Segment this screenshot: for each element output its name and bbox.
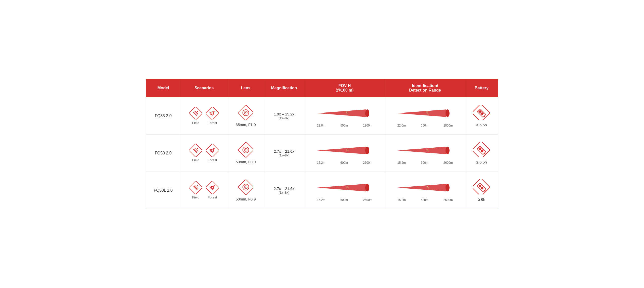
svg-marker-40: [397, 147, 446, 154]
svg-point-36: [245, 149, 246, 150]
svg-point-62: [365, 184, 369, 191]
cell-magnification: 1.9x – 15.2x (1x–8x): [264, 97, 304, 135]
svg-rect-19: [473, 105, 490, 120]
comparison-table-wrapper: Model Scenarios Lens Magnification FOV-H…: [146, 79, 498, 209]
id-far-label: 2600m: [444, 161, 453, 164]
id-mid-label: 600m: [421, 198, 428, 202]
id-far-label: 2600m: [444, 198, 453, 202]
cell-fov: 🦌 22.0m 550m 1800m: [304, 97, 385, 135]
fov-mid-label: 550m: [340, 124, 348, 127]
table-row: FQ35 2.0 Field Fore: [146, 97, 498, 135]
cell-battery: ≥ 6.5h: [465, 135, 498, 172]
cell-scenarios: Field Forest: [180, 97, 228, 135]
col-header-scenarios: Scenarios: [180, 79, 228, 97]
battery-icon: [473, 179, 490, 195]
cell-lens: 35mm, F1.0: [228, 97, 264, 135]
id-range-diagram: 🦌: [397, 104, 453, 123]
col-header-id-range: Identification/ Detection Range: [385, 79, 465, 97]
fov-diagram: 🦌: [317, 179, 372, 197]
col-header-battery: Battery: [465, 79, 498, 97]
cell-magnification: 2.7x – 21.6x (1x–8x): [264, 172, 304, 209]
lens-icon: [238, 142, 253, 158]
id-far-label: 1800m: [444, 124, 453, 127]
svg-marker-64: [397, 184, 446, 191]
lens-icon: [238, 105, 253, 121]
field-icon: [189, 107, 202, 119]
id-range-diagram: 🦌: [397, 179, 453, 197]
table-header-row: Model Scenarios Lens Magnification FOV-H…: [146, 79, 498, 97]
svg-rect-43: [473, 142, 490, 157]
fov-far-label: 1800m: [363, 124, 372, 127]
forest-icon: [206, 107, 219, 119]
forest-icon: [206, 181, 219, 194]
cell-fov: 🦌 15.2m 600m 2600m: [304, 172, 385, 209]
field-icon: [189, 144, 202, 157]
scenario-forest: Forest: [206, 144, 219, 162]
cell-model: FQ50L 2.0: [146, 172, 180, 209]
id-range-diagram: 🦌: [397, 142, 453, 160]
cell-battery: ≥ 6h: [465, 172, 498, 209]
cell-id-range: 🦌 15.2m 600m 2600m: [385, 135, 465, 172]
fov-near-label: 22.0m: [317, 124, 325, 127]
svg-text:🦌: 🦌: [345, 111, 349, 115]
forest-icon: [206, 144, 219, 157]
svg-text:🦌: 🦌: [425, 111, 430, 115]
fov-mid-label: 600m: [340, 161, 348, 164]
cell-model: FQ50 2.0: [146, 135, 180, 172]
svg-marker-37: [317, 147, 366, 154]
scenario-forest: Forest: [206, 107, 219, 125]
fov-mid-label: 600m: [340, 198, 348, 202]
cell-scenarios: Field Forest: [180, 172, 228, 209]
svg-point-14: [365, 109, 369, 117]
fov-far-label: 2600m: [363, 198, 372, 202]
col-header-fov: FOV-H (@100 m): [304, 79, 385, 97]
scenario-field: Field: [189, 144, 202, 162]
fov-diagram: 🦌: [317, 142, 372, 160]
svg-rect-67: [473, 179, 490, 194]
svg-point-17: [446, 109, 450, 117]
svg-point-60: [245, 187, 246, 188]
svg-text:🦌: 🦌: [345, 185, 349, 190]
fov-near-label: 15.2m: [317, 198, 325, 202]
fov-diagram: 🦌: [317, 104, 372, 123]
cell-lens: 50mm, F0.9: [228, 172, 264, 209]
cell-fov: 🦌 15.2m 600m 2600m: [304, 135, 385, 172]
svg-text:🦌: 🦌: [345, 148, 349, 152]
cell-magnification: 2.7x – 21.6x (1x–8x): [264, 135, 304, 172]
svg-marker-16: [397, 109, 446, 117]
col-header-lens: Lens: [228, 79, 264, 97]
svg-rect-5: [206, 107, 219, 119]
table-row: FQ50 2.0 Field Fore: [146, 135, 498, 172]
svg-rect-53: [206, 181, 219, 194]
battery-icon: [473, 105, 490, 121]
id-mid-label: 550m: [421, 124, 428, 127]
cell-scenarios: Field Forest: [180, 135, 228, 172]
svg-point-12: [245, 112, 246, 113]
scenario-field: Field: [189, 181, 202, 199]
lens-icon: [238, 180, 253, 195]
scenario-forest: Forest: [206, 181, 219, 199]
fov-near-label: 15.2m: [317, 161, 325, 164]
fov-far-label: 2600m: [363, 161, 372, 164]
svg-rect-29: [206, 144, 219, 157]
svg-marker-13: [317, 109, 366, 117]
svg-point-38: [365, 147, 369, 154]
svg-marker-61: [317, 184, 366, 191]
col-header-magnification: Magnification: [264, 79, 304, 97]
scenario-field: Field: [189, 107, 202, 125]
cell-id-range: 🦌 22.0m 550m 1800m: [385, 97, 465, 135]
table-row: FQ50L 2.0 Field For: [146, 172, 498, 209]
id-near-label: 22.0m: [397, 124, 406, 127]
battery-icon: [473, 142, 490, 158]
svg-text:🦌: 🦌: [425, 148, 430, 152]
id-near-label: 15.2m: [397, 198, 406, 202]
cell-lens: 50mm, F0.9: [228, 135, 264, 172]
svg-point-65: [446, 184, 450, 191]
comparison-table: Model Scenarios Lens Magnification FOV-H…: [146, 79, 498, 209]
cell-battery: ≥ 6.5h: [465, 97, 498, 135]
id-mid-label: 600m: [421, 161, 428, 164]
field-icon: [189, 181, 202, 194]
col-header-model: Model: [146, 79, 180, 97]
cell-model: FQ35 2.0: [146, 97, 180, 135]
id-near-label: 15.2m: [397, 161, 406, 164]
